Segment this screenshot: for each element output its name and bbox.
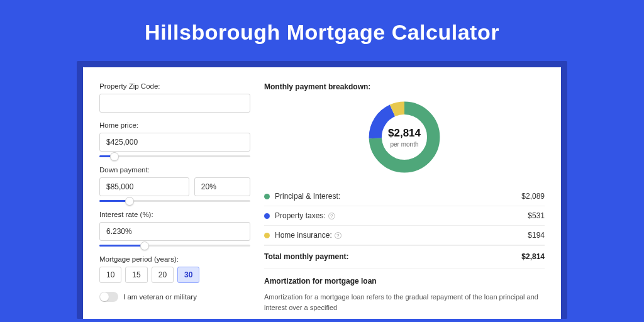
period-options: 10 15 20 30 <box>99 267 250 283</box>
down-label: Down payment: <box>99 166 250 174</box>
page-title: Hillsborough Mortgage Calculator <box>0 0 644 61</box>
zip-block: Property Zip Code: <box>99 82 250 113</box>
rate-label: Interest rate (%): <box>99 211 250 218</box>
rate-slider-thumb[interactable] <box>140 242 149 250</box>
total-label: Total monthly payment: <box>264 252 521 261</box>
rate-slider[interactable] <box>99 245 250 247</box>
period-option-10[interactable]: 10 <box>99 267 121 283</box>
info-icon[interactable]: ? <box>328 213 335 219</box>
price-block: Home price: <box>99 121 250 157</box>
price-slider-thumb[interactable] <box>110 152 119 161</box>
legend-row-principal: Principal & Interest: $2,089 <box>264 187 545 206</box>
total-row: Total monthly payment: $2,814 <box>264 245 545 269</box>
dot-icon <box>264 233 270 238</box>
legend-label-text: Principal & Interest: <box>275 192 340 201</box>
price-input[interactable] <box>99 133 250 152</box>
dot-icon <box>264 194 270 199</box>
total-amount: $2,814 <box>521 252 545 261</box>
legend-amount: $194 <box>528 231 545 240</box>
price-slider[interactable] <box>99 155 250 157</box>
down-block: Down payment: <box>99 166 250 202</box>
legend-label-text: Home insurance: <box>275 231 332 240</box>
period-option-15[interactable]: 15 <box>125 267 147 283</box>
veteran-label: I am veteran or military <box>123 293 197 301</box>
donut-chart: $2,814 per month <box>264 99 545 175</box>
zip-label: Property Zip Code: <box>99 82 250 90</box>
legend-row-taxes: Property taxes: ? $531 <box>264 206 545 226</box>
rate-block: Interest rate (%): <box>99 211 250 247</box>
donut-center-sub: per month <box>390 141 418 148</box>
amortization-title: Amortization for mortgage loan <box>264 277 545 286</box>
calculator-card: Property Zip Code: Home price: Down paym… <box>83 67 561 319</box>
form-column: Property Zip Code: Home price: Down paym… <box>99 82 250 319</box>
period-label: Mortgage period (years): <box>99 255 250 263</box>
legend-label: Principal & Interest: <box>275 192 521 201</box>
rate-input[interactable] <box>99 222 250 241</box>
card-outer: Property Zip Code: Home price: Down paym… <box>77 61 567 319</box>
legend-label: Property taxes: ? <box>275 211 528 220</box>
amortization-text: Amortization for a mortgage loan refers … <box>264 292 545 313</box>
legend-label-text: Property taxes: <box>275 211 326 220</box>
legend-label: Home insurance: ? <box>275 231 528 240</box>
legend-row-insurance: Home insurance: ? $194 <box>264 226 545 245</box>
divider <box>264 269 545 269</box>
legend-amount: $2,089 <box>521 192 545 201</box>
veteran-toggle[interactable] <box>99 292 118 302</box>
donut-center: $2,814 per month <box>366 99 443 175</box>
period-block: Mortgage period (years): 10 15 20 30 <box>99 255 250 283</box>
down-percent-input[interactable] <box>194 177 250 196</box>
breakdown-column: Monthly payment breakdown: $2,814 per mo… <box>264 82 545 319</box>
period-option-30[interactable]: 30 <box>177 267 199 283</box>
veteran-toggle-knob <box>100 292 109 301</box>
down-slider-thumb[interactable] <box>125 197 134 206</box>
veteran-row: I am veteran or military <box>99 292 250 302</box>
zip-input[interactable] <box>99 94 250 113</box>
down-slider[interactable] <box>99 200 250 202</box>
donut-center-value: $2,814 <box>388 127 421 140</box>
period-option-20[interactable]: 20 <box>152 267 174 283</box>
breakdown-title: Monthly payment breakdown: <box>264 82 545 91</box>
info-icon[interactable]: ? <box>335 232 341 239</box>
price-label: Home price: <box>99 121 250 129</box>
dot-icon <box>264 213 270 219</box>
down-amount-input[interactable] <box>99 177 189 196</box>
legend-amount: $531 <box>528 211 545 220</box>
rate-slider-fill <box>99 245 145 247</box>
